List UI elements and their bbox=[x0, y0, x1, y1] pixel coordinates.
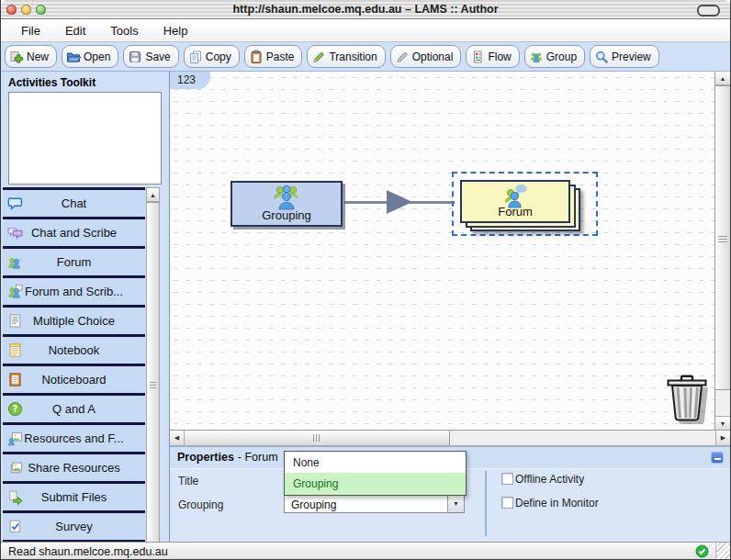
sidebar-item-forum-and-scribe[interactable]: Forum and Scrib... bbox=[3, 278, 145, 308]
scrollbar-thumb[interactable] bbox=[185, 431, 450, 445]
scrollbar-thumb[interactable] bbox=[147, 202, 159, 560]
offline-activity-row: Offline Activity bbox=[501, 473, 584, 486]
chevron-down-icon: ▼ bbox=[453, 500, 459, 507]
authoring-canvas[interactable]: 123 Grouping bbox=[170, 72, 714, 430]
scroll-up-button[interactable]: ▲ bbox=[147, 188, 159, 202]
close-window-button[interactable] bbox=[6, 5, 17, 15]
survey-icon bbox=[7, 519, 23, 534]
minimize-window-button[interactable] bbox=[21, 5, 31, 15]
optional-pencil-icon bbox=[395, 50, 410, 64]
sidebar-item-q-and-a[interactable]: ? Q and A bbox=[3, 396, 145, 425]
grouping-dropdown[interactable]: Grouping ▼ bbox=[284, 495, 465, 513]
sidebar-item-submit-files[interactable]: Submit Files bbox=[3, 484, 145, 513]
status-text: Read shaun.melcoe.mq.edu.au bbox=[8, 545, 168, 558]
sidebar-item-chat-and-scribe[interactable]: Chat and Scribe bbox=[3, 219, 145, 249]
share-resources-icon bbox=[7, 460, 23, 476]
offline-activity-label: Offline Activity bbox=[515, 473, 584, 486]
define-in-monitor-label: Define in Monitor bbox=[515, 497, 599, 510]
grouping-activity-icon bbox=[271, 184, 302, 214]
group-button[interactable]: Group bbox=[524, 45, 585, 68]
statusbar: Read shaun.melcoe.mq.edu.au bbox=[1, 542, 730, 560]
titlebar[interactable]: http://shaun.melcoe.mq.edu.au – LAMS :: … bbox=[1, 0, 730, 19]
minimize-dash-icon bbox=[714, 458, 721, 460]
new-button[interactable]: New bbox=[5, 45, 57, 68]
resize-grip[interactable] bbox=[715, 543, 730, 560]
grouping-field-label: Grouping bbox=[178, 498, 223, 511]
toolbar: New Open Save Copy Paste Transition Opti… bbox=[1, 42, 730, 72]
menubar: File Edit Tools Help bbox=[1, 19, 730, 42]
forum-activity-icon bbox=[500, 183, 530, 211]
sidebar-item-chat[interactable]: Chat bbox=[3, 190, 145, 219]
svg-text:?: ? bbox=[13, 404, 18, 414]
forum-and-scribe-icon bbox=[7, 284, 23, 299]
toolbar-toggle-button[interactable] bbox=[697, 5, 720, 17]
menu-tools[interactable]: Tools bbox=[110, 24, 138, 38]
preview-magnifier-icon bbox=[594, 50, 609, 64]
properties-panel: Properties - Forum Title Grouping Groupi… bbox=[170, 446, 730, 542]
dropdown-arrow-button[interactable]: ▼ bbox=[447, 496, 464, 512]
open-icon bbox=[66, 50, 81, 64]
group-icon bbox=[529, 50, 544, 64]
save-button[interactable]: Save bbox=[123, 45, 178, 68]
activity-grouping[interactable]: Grouping bbox=[231, 181, 343, 227]
collapse-panel-button[interactable] bbox=[711, 452, 724, 464]
preview-button[interactable]: Preview bbox=[590, 45, 659, 68]
activity-list-scrollbar[interactable]: ▲ ▼ bbox=[146, 187, 160, 560]
resources-and-forum-icon bbox=[7, 431, 23, 446]
scrollbar-thumb[interactable] bbox=[715, 85, 730, 390]
scrollbar-grip bbox=[150, 380, 156, 388]
canvas-horizontal-scrollbar[interactable]: ◀ ▶ bbox=[170, 430, 730, 446]
forum-icon bbox=[7, 254, 23, 270]
zoom-window-button[interactable] bbox=[36, 5, 46, 15]
scrollbar-grip bbox=[313, 434, 321, 442]
transition-button[interactable]: Transition bbox=[307, 45, 385, 68]
transition-arrowhead-icon[interactable] bbox=[387, 190, 412, 214]
save-icon bbox=[128, 50, 142, 64]
activities-toolkit-title: Activities Toolkit bbox=[1, 72, 169, 92]
menu-file[interactable]: File bbox=[21, 24, 40, 38]
flow-button[interactable]: Flow bbox=[466, 45, 519, 68]
open-button[interactable]: Open bbox=[62, 45, 118, 68]
sidebar-item-forum[interactable]: Forum bbox=[3, 249, 145, 278]
sidebar-item-resources-and-forum[interactable]: Resources and F... bbox=[3, 425, 145, 454]
activities-toolkit-panel: Activities Toolkit Chat Chat and Scribe … bbox=[1, 72, 170, 542]
paste-icon bbox=[249, 50, 264, 64]
sidebar-item-share-resources[interactable]: Share Resources bbox=[3, 454, 145, 484]
activity-list: Chat Chat and Scribe Forum Forum and Scr… bbox=[3, 187, 145, 543]
optional-button[interactable]: Optional bbox=[390, 45, 462, 68]
chat-and-scribe-icon bbox=[7, 225, 23, 241]
properties-subject: - Forum bbox=[238, 451, 278, 464]
menu-help[interactable]: Help bbox=[163, 24, 188, 38]
browser-window: http://shaun.melcoe.mq.edu.au – LAMS :: … bbox=[0, 0, 731, 560]
scroll-left-button[interactable]: ◀ bbox=[170, 431, 185, 445]
copy-button[interactable]: Copy bbox=[184, 45, 240, 68]
scroll-up-button[interactable]: ▲ bbox=[715, 72, 730, 85]
define-in-monitor-row: Define in Monitor bbox=[501, 497, 599, 510]
window-title: http://shaun.melcoe.mq.edu.au – LAMS :: … bbox=[1, 3, 730, 16]
q-and-a-icon: ? bbox=[7, 401, 23, 417]
activity-forum[interactable]: Forum bbox=[460, 180, 570, 223]
copy-icon bbox=[188, 50, 203, 64]
notebook-icon bbox=[7, 342, 23, 358]
scroll-down-button[interactable]: ▼ bbox=[715, 416, 730, 430]
sidebar-item-noticeboard[interactable]: Noticeboard bbox=[3, 366, 145, 396]
submit-files-icon bbox=[7, 489, 23, 505]
paste-button[interactable]: Paste bbox=[244, 45, 303, 68]
define-in-monitor-checkbox[interactable] bbox=[501, 497, 513, 509]
window-controls bbox=[6, 5, 46, 15]
grouping-dropdown-menu: None Grouping bbox=[284, 451, 467, 496]
trash-icon[interactable] bbox=[662, 371, 714, 428]
flow-icon bbox=[470, 50, 485, 64]
sidebar-item-survey[interactable]: Survey bbox=[3, 513, 145, 543]
scroll-right-button[interactable]: ▶ bbox=[715, 431, 730, 445]
sidebar-item-multiple-choice[interactable]: Multiple Choice bbox=[3, 308, 145, 337]
scrollbar-grip bbox=[718, 234, 727, 242]
dropdown-option-grouping[interactable]: Grouping bbox=[285, 473, 466, 495]
sidebar-item-notebook[interactable]: Notebook bbox=[3, 337, 145, 366]
transition-pencil-icon bbox=[311, 50, 326, 64]
menu-edit[interactable]: Edit bbox=[65, 24, 85, 38]
offline-activity-checkbox[interactable] bbox=[501, 473, 513, 485]
sequence-tab[interactable]: 123 bbox=[170, 72, 210, 89]
canvas-vertical-scrollbar[interactable]: ▲ ▼ bbox=[714, 72, 730, 430]
dropdown-option-none[interactable]: None bbox=[285, 452, 466, 473]
